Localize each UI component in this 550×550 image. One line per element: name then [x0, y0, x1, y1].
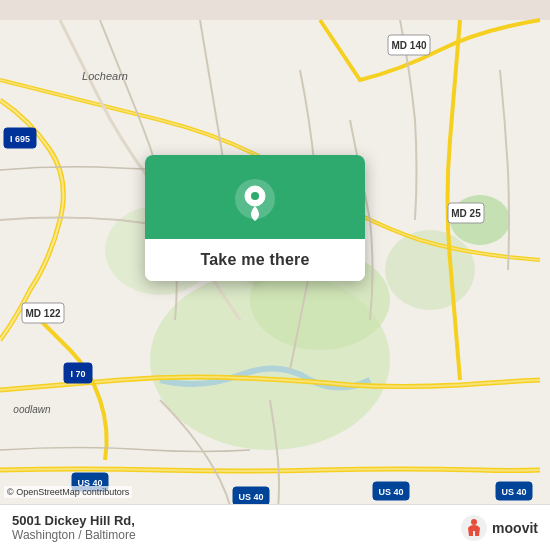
popup-card: Take me there	[145, 155, 365, 281]
svg-text:MD 25: MD 25	[451, 208, 481, 219]
svg-text:oodlawn: oodlawn	[13, 404, 51, 415]
svg-text:I 695: I 695	[10, 134, 30, 144]
svg-text:I 70: I 70	[70, 369, 85, 379]
svg-text:US 40: US 40	[378, 487, 403, 497]
svg-point-30	[471, 519, 477, 525]
address-line: 5001 Dickey Hill Rd,	[12, 513, 136, 528]
svg-text:Lochearn: Lochearn	[82, 70, 128, 82]
popup-green-section	[145, 155, 365, 239]
moovit-label: moovit	[492, 520, 538, 536]
moovit-logo: moovit	[460, 514, 538, 542]
map-container: MD 140 MD 25 MD 122 I 695 I 70 US 40 US …	[0, 0, 550, 550]
location-pin-icon	[233, 177, 277, 221]
moovit-icon	[460, 514, 488, 542]
bottom-bar: 5001 Dickey Hill Rd, Washington / Baltim…	[0, 504, 550, 550]
take-me-there-button[interactable]: Take me there	[145, 239, 365, 281]
osm-attribution: © OpenStreetMap contributors	[4, 486, 132, 498]
svg-text:US 40: US 40	[501, 487, 526, 497]
svg-point-28	[251, 192, 259, 200]
svg-text:MD 122: MD 122	[25, 308, 60, 319]
svg-text:MD 140: MD 140	[391, 40, 426, 51]
svg-text:US 40: US 40	[238, 492, 263, 502]
city-line: Washington / Baltimore	[12, 528, 136, 542]
bottom-bar-info: 5001 Dickey Hill Rd, Washington / Baltim…	[12, 513, 136, 542]
